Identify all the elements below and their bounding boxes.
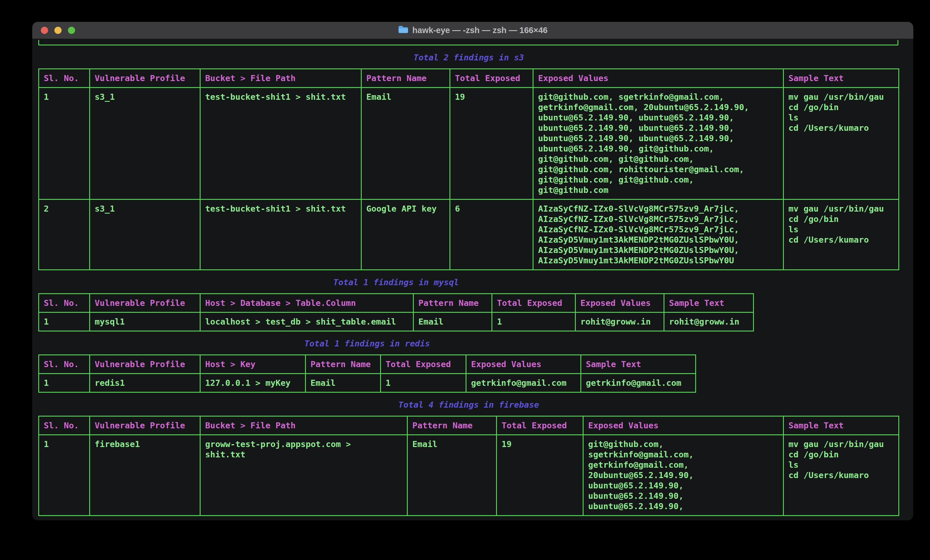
table-cell: 19 — [497, 435, 583, 516]
column-header: Host > Database > Table.Column — [200, 294, 414, 313]
table-cell: test-bucket-shit1 > shit.txt — [200, 88, 362, 199]
findings-table: Sl. No.Vulnerable ProfileHost > Database… — [38, 293, 754, 331]
column-header: Total Exposed — [497, 416, 583, 435]
column-header: Sample Text — [664, 294, 754, 313]
table-cell: 1 — [39, 313, 90, 331]
table-cell: 1 — [39, 88, 90, 199]
column-header: Total Exposed — [492, 294, 576, 313]
column-header: Pattern Name — [408, 416, 497, 435]
table-cell: getrkinfo@gmail.com — [466, 374, 581, 393]
table-cell: 127.0.0.1 > myKey — [200, 374, 306, 393]
findings-section: Total 2 findings in s3 Sl. No.Vulnerable… — [38, 52, 899, 270]
table-cell: 1 — [381, 374, 466, 393]
table-cell: 1 — [39, 435, 90, 516]
findings-table: Sl. No.Vulnerable ProfileHost > KeyPatte… — [38, 354, 696, 393]
column-header: Pattern Name — [306, 355, 381, 374]
maximize-button[interactable] — [68, 27, 75, 34]
window-title-text: hawk-eye — -zsh — zsh — 166×46 — [412, 26, 548, 35]
finding-row: 2s3_1test-bucket-shit1 > shit.txtGoogle … — [39, 199, 899, 270]
window-title: hawk-eye — -zsh — zsh — 166×46 — [398, 25, 548, 35]
finding-row: 1s3_1test-bucket-shit1 > shit.txtEmail19… — [39, 88, 899, 199]
column-header: Sl. No. — [39, 416, 90, 435]
header-row: Sl. No.Vulnerable ProfileBucket > File P… — [39, 416, 899, 435]
column-header: Sl. No. — [39, 294, 90, 313]
column-header: Vulnerable Profile — [90, 294, 200, 313]
column-header: Exposed Values — [576, 294, 664, 313]
findings-section: Total 4 findings in firebase Sl. No.Vuln… — [38, 400, 899, 516]
section-title: Total 2 findings in s3 — [38, 52, 899, 63]
table-cell: 1 — [492, 313, 576, 331]
column-header: Vulnerable Profile — [90, 69, 200, 88]
table-cell: 2 — [39, 199, 90, 270]
column-header: Vulnerable Profile — [90, 416, 200, 435]
titlebar[interactable]: hawk-eye — -zsh — zsh — 166×46 — [32, 22, 913, 39]
table-cell: 1 — [39, 374, 90, 393]
table-cell: rohit@groww.in — [576, 313, 664, 331]
table-cell: mv gau /usr/bin/gau cd /go/bin ls cd /Us… — [784, 88, 899, 199]
terminal-content[interactable]: Total 2 findings in s3 Sl. No.Vulnerable… — [32, 39, 913, 520]
table-cell: git@github.com, sgetrkinfo@gmail.com, ge… — [533, 88, 784, 199]
table-cell: Google API key — [362, 199, 450, 270]
table-cell: mv gau /usr/bin/gau cd /go/bin ls cd /Us… — [784, 199, 899, 270]
close-button[interactable] — [41, 27, 48, 34]
column-header: Exposed Values — [533, 69, 784, 88]
table-cell: 19 — [450, 88, 533, 199]
table-cell: test-bucket-shit1 > shit.txt — [200, 199, 362, 270]
header-row: Sl. No.Vulnerable ProfileHost > Database… — [39, 294, 754, 313]
section-title: Total 4 findings in firebase — [38, 400, 899, 410]
findings-sections: Total 2 findings in s3 Sl. No.Vulnerable… — [38, 52, 913, 516]
column-header: Pattern Name — [414, 294, 492, 313]
table-cell: git@github.com, sgetrkinfo@gmail.com, ge… — [583, 435, 784, 516]
finding-row: 1mysql1localhost > test_db > shit_table.… — [39, 313, 754, 331]
column-header: Total Exposed — [450, 69, 533, 88]
table-cell: Email — [306, 374, 381, 393]
section-title: Total 1 findings in redis — [38, 338, 696, 349]
column-header: Sample Text — [784, 416, 899, 435]
table-cell: groww-test-proj.appspot.com > shit.txt — [200, 435, 408, 516]
table-cell: Email — [408, 435, 497, 516]
table-cell: mysql1 — [90, 313, 200, 331]
table-cell: 6 — [450, 199, 533, 270]
column-header: Sl. No. — [39, 69, 90, 88]
column-header: Sample Text — [784, 69, 899, 88]
minimize-button[interactable] — [54, 27, 62, 34]
table-cell: rohit@groww.in — [664, 313, 754, 331]
column-header: Pattern Name — [362, 69, 450, 88]
table-cell: firebase1 — [90, 435, 200, 516]
table-cell: getrkinfo@gmail.com — [581, 374, 696, 393]
findings-table: Sl. No.Vulnerable ProfileBucket > File P… — [38, 416, 899, 516]
header-row: Sl. No.Vulnerable ProfileBucket > File P… — [39, 69, 899, 88]
column-header: Bucket > File Path — [200, 416, 408, 435]
column-header: Vulnerable Profile — [90, 355, 200, 374]
column-header: Bucket > File Path — [200, 69, 362, 88]
traffic-lights — [41, 22, 75, 38]
table-cell: redis1 — [90, 374, 200, 393]
findings-table: Sl. No.Vulnerable ProfileBucket > File P… — [38, 68, 899, 270]
table-cell: Email — [362, 88, 450, 199]
column-header: Exposed Values — [583, 416, 784, 435]
column-header: Sl. No. — [39, 355, 90, 374]
section-title: Total 1 findings in mysql — [38, 277, 754, 287]
folder-icon — [398, 25, 408, 35]
table-cell: mv gau /usr/bin/gau cd /go/bin ls cd /Us… — [784, 435, 899, 516]
terminal-window: hawk-eye — -zsh — zsh — 166×46 Total 2 f… — [32, 22, 913, 520]
table-cell: s3_1 — [90, 88, 200, 199]
findings-section: Total 1 findings in redis Sl. No.Vulnera… — [38, 338, 696, 393]
column-header: Sample Text — [581, 355, 696, 374]
findings-section: Total 1 findings in mysql Sl. No.Vulnera… — [38, 277, 754, 331]
table-cell: s3_1 — [90, 199, 200, 270]
finding-row: 1firebase1groww-test-proj.appspot.com > … — [39, 435, 899, 516]
table-cell: Email — [414, 313, 492, 331]
column-header: Host > Key — [200, 355, 306, 374]
finding-row: 1redis1127.0.0.1 > myKeyEmail1getrkinfo@… — [39, 374, 696, 393]
column-header: Exposed Values — [466, 355, 581, 374]
table-cell: localhost > test_db > shit_table.email — [200, 313, 414, 331]
header-row: Sl. No.Vulnerable ProfileHost > KeyPatte… — [39, 355, 696, 374]
column-header: Total Exposed — [381, 355, 466, 374]
table-cell: AIzaSyCfNZ-IZx0-SlVcVg8MCr575zv9_Ar7jLc,… — [533, 199, 784, 270]
previous-table-bottom-border — [38, 40, 898, 45]
